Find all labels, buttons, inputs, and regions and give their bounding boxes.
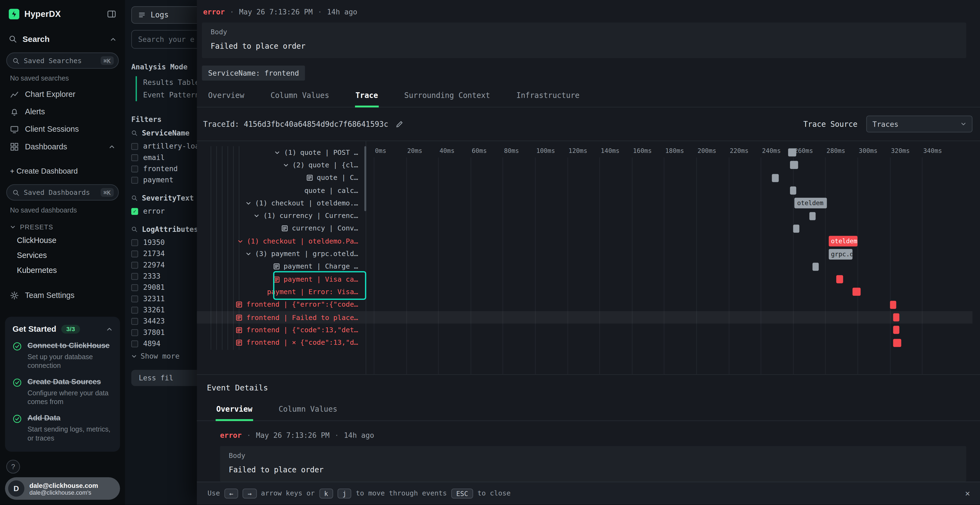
checkbox[interactable]	[131, 165, 138, 172]
filter-option-label: 4894	[143, 339, 161, 348]
span-label[interactable]: (1)quote | POST …	[197, 149, 366, 157]
checkbox[interactable]	[131, 273, 138, 279]
trace-row[interactable]: quote | C…	[197, 172, 972, 184]
close-icon[interactable]: ✕	[965, 489, 970, 498]
saved-searches-input[interactable]: Saved Searches ⌘K	[6, 52, 119, 69]
span-bar[interactable]	[889, 301, 896, 309]
trace-row[interactable]: payment | Visa ca…	[197, 273, 972, 286]
span-label[interactable]: quote | C…	[197, 174, 366, 182]
span-label[interactable]: frontend | Failed to place…	[197, 313, 366, 321]
span-label[interactable]: payment | Error: Visa…	[197, 288, 366, 296]
get-started-item-subtitle: Start sending logs, metrics, or traces	[27, 425, 113, 443]
span-label[interactable]: frontend | {"error":{"code…	[197, 301, 366, 309]
separator: ·	[334, 431, 339, 440]
span-bar[interactable]	[893, 313, 899, 321]
checkbox[interactable]	[131, 176, 138, 183]
trace-row[interactable]: payment | Error: Visa…	[197, 286, 972, 299]
show-more-label: Show more	[141, 352, 180, 360]
span-bar[interactable]	[793, 224, 800, 233]
span-label[interactable]: (1)checkout | oteldemo.Pa…	[197, 237, 366, 245]
get-started-item[interactable]: Create Data SourcesConfigure where your …	[13, 377, 113, 406]
sidebar-item-alerts[interactable]: Alerts	[0, 103, 125, 121]
checkbox[interactable]	[131, 306, 138, 313]
trace-row[interactable]: payment | Charge …	[197, 260, 972, 273]
checkbox[interactable]	[131, 143, 138, 150]
span-bar[interactable]	[809, 212, 816, 220]
tab-overview[interactable]: Overview	[207, 84, 245, 108]
span-bar[interactable]	[837, 275, 843, 284]
span-label[interactable]: payment | Charge …	[197, 262, 366, 271]
checkbox[interactable]	[131, 284, 138, 291]
presets-toggle[interactable]: PRESETS	[0, 218, 125, 233]
checkbox[interactable]	[131, 154, 138, 161]
span-bar[interactable]: oteldem	[828, 236, 858, 246]
user-menu[interactable]: D dale@clickhouse.com dale@clickhouse.co…	[5, 477, 120, 500]
sidebar-item-chart-explorer[interactable]: Chart Explorer	[0, 86, 125, 103]
checkbox[interactable]	[131, 340, 138, 347]
event-details-tab-column-values[interactable]: Column Values	[278, 398, 338, 421]
sidebar-item-dashboards[interactable]: Dashboards	[0, 138, 125, 156]
edit-icon[interactable]	[396, 120, 403, 128]
checkbox[interactable]	[131, 295, 138, 302]
span-bar[interactable]	[853, 288, 861, 296]
span-bar[interactable]	[790, 186, 796, 195]
trace-row[interactable]: (1)quote | POST …	[197, 146, 972, 159]
span-bar[interactable]	[893, 326, 899, 334]
saved-dashboards-input[interactable]: Saved Dashboards ⌘K	[6, 184, 119, 200]
span-label[interactable]: (1)currency | Currenc…	[197, 212, 366, 220]
create-dashboard-button[interactable]: + Create Dashboard	[0, 163, 125, 179]
trace-row[interactable]: (2)quote | {cl…	[197, 159, 972, 172]
span-label[interactable]: frontend | × {"code":13,"d…	[197, 339, 366, 347]
trace-row[interactable]: currency | Conv…	[197, 222, 972, 235]
tab-trace[interactable]: Trace	[355, 84, 379, 108]
trace-source-select[interactable]: Traces	[866, 116, 972, 132]
service-name-tag[interactable]: ServiceName: frontend	[202, 65, 305, 81]
collapse-sidebar-icon[interactable]	[107, 9, 116, 19]
preset-item-clickhouse[interactable]: ClickHouse	[0, 233, 125, 248]
event-details-tab-overview[interactable]: Overview	[216, 398, 253, 421]
span-bar[interactable]	[812, 262, 819, 271]
help-button[interactable]: ?	[6, 460, 20, 474]
tab-infrastructure[interactable]: Infrastructure	[515, 84, 580, 108]
search-section-header[interactable]: Search	[0, 25, 125, 48]
preset-item-kubernetes[interactable]: Kubernetes	[0, 263, 125, 278]
span-name: frontend | Failed to place…	[247, 313, 358, 321]
checkbox[interactable]: ✓	[131, 208, 138, 214]
get-started-item[interactable]: Connect to ClickHouseSet up your databas…	[13, 341, 113, 370]
trace-row[interactable]: frontend | × {"code":13,"d…	[197, 336, 972, 349]
get-started-item[interactable]: Add DataStart sending logs, metrics, or …	[13, 414, 113, 443]
trace-row[interactable]: (1)checkout | oteldemo.…oteldem	[197, 197, 972, 210]
checkbox[interactable]	[131, 318, 138, 324]
span-label[interactable]: quote | calc…	[197, 186, 366, 195]
keyboard-hint-footer: Use ← → arrow keys or k j to move throug…	[197, 481, 980, 505]
span-bar[interactable]: grpc.o	[828, 249, 853, 259]
sidebar-item-client-sessions[interactable]: Client Sessions	[0, 121, 125, 138]
tab-column-values[interactable]: Column Values	[270, 84, 330, 108]
checkbox[interactable]	[131, 250, 138, 257]
checkbox[interactable]	[131, 239, 138, 246]
span-label[interactable]: frontend | {"code":13,"det…	[197, 326, 366, 334]
span-bar[interactable]: oteldem	[795, 198, 827, 208]
span-bar[interactable]	[788, 149, 796, 157]
span-bar[interactable]	[772, 174, 778, 182]
sidebar-item-team-settings[interactable]: Team Settings	[0, 287, 125, 304]
trace-row[interactable]: (1)currency | Currenc…	[197, 210, 972, 222]
trace-row[interactable]: frontend | {"code":13,"det…	[197, 324, 972, 337]
trace-row[interactable]: quote | calc…	[197, 184, 972, 197]
span-label[interactable]: (2)quote | {cl…	[197, 161, 366, 169]
checkbox[interactable]	[131, 262, 138, 268]
span-label[interactable]: payment | Visa ca…	[197, 275, 366, 284]
trace-row[interactable]: frontend | {"error":{"code…	[197, 298, 972, 311]
checkbox[interactable]	[131, 329, 138, 336]
span-bar[interactable]	[893, 339, 901, 347]
span-label[interactable]: (3)payment | grpc.oteld…	[197, 250, 366, 258]
preset-item-services[interactable]: Services	[0, 248, 125, 263]
span-label[interactable]: currency | Conv…	[197, 224, 366, 233]
tab-surrounding-context[interactable]: Surrounding Context	[404, 84, 491, 108]
trace-row[interactable]: (3)payment | grpc.oteld…grpc.o	[197, 248, 972, 260]
span-label[interactable]: (1)checkout | oteldemo.…	[197, 199, 366, 207]
span-bar[interactable]	[790, 161, 798, 169]
trace-row[interactable]: (1)checkout | oteldemo.Pa…oteldem	[197, 235, 972, 248]
get-started-header[interactable]: Get Started 3/3	[13, 324, 113, 333]
trace-row[interactable]: frontend | Failed to place…	[197, 311, 972, 324]
